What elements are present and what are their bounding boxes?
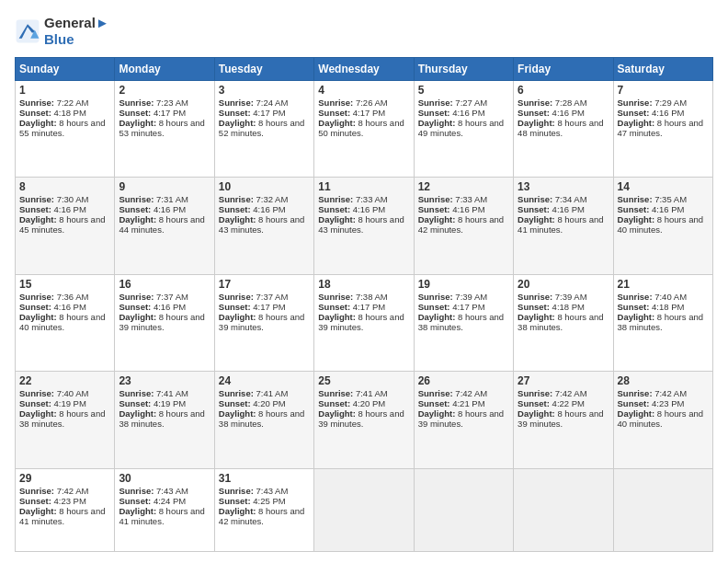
day-number: 10 [219,180,310,193]
daylight-line: Daylight: 8 hours and 52 minutes. [219,118,310,138]
calendar-cell [613,468,712,551]
calendar-cell: 9 Sunrise: 7:31 AM Sunset: 4:16 PM Dayli… [115,178,214,274]
calendar-cell [414,468,513,551]
calendar-cell: 29 Sunrise: 7:42 AM Sunset: 4:23 PM Dayl… [16,468,115,551]
weekday-header: Friday [514,58,613,81]
day-number: 27 [518,374,609,387]
calendar-cell: 23 Sunrise: 7:41 AM Sunset: 4:19 PM Dayl… [115,372,214,468]
calendar-cell: 10 Sunrise: 7:32 AM Sunset: 4:16 PM Dayl… [214,178,313,274]
sunrise-line: Sunrise: 7:28 AM [518,98,609,108]
daylight-line: Daylight: 8 hours and 41 minutes. [19,506,110,526]
daylight-line: Daylight: 8 hours and 40 minutes. [19,312,110,332]
day-number: 22 [19,374,110,387]
day-number: 30 [119,472,210,485]
sunrise-line: Sunrise: 7:41 AM [318,388,409,398]
daylight-line: Daylight: 8 hours and 42 minutes. [219,506,310,526]
sunset-line: Sunset: 4:16 PM [418,108,509,118]
daylight-line: Daylight: 8 hours and 49 minutes. [418,118,509,138]
day-number: 1 [19,84,110,97]
sunrise-line: Sunrise: 7:22 AM [19,98,110,108]
weekday-header: Saturday [613,58,712,81]
calendar-cell: 17 Sunrise: 7:37 AM Sunset: 4:17 PM Dayl… [214,274,313,371]
calendar-cell: 24 Sunrise: 7:41 AM Sunset: 4:20 PM Dayl… [214,372,313,468]
daylight-line: Daylight: 8 hours and 39 minutes. [518,408,609,429]
sunset-line: Sunset: 4:22 PM [518,398,609,408]
sunset-line: Sunset: 4:18 PM [19,108,110,118]
calendar-cell: 5 Sunrise: 7:27 AM Sunset: 4:16 PM Dayli… [414,81,513,178]
sunrise-line: Sunrise: 7:40 AM [19,388,110,398]
day-number: 14 [618,180,709,193]
sunset-line: Sunset: 4:18 PM [618,302,709,312]
sunrise-line: Sunrise: 7:42 AM [19,486,110,496]
sunrise-line: Sunrise: 7:29 AM [618,98,709,108]
daylight-line: Daylight: 8 hours and 43 minutes. [318,214,409,235]
sunrise-line: Sunrise: 7:35 AM [618,194,709,204]
sunrise-line: Sunrise: 7:32 AM [219,194,310,204]
sunrise-line: Sunrise: 7:23 AM [119,98,210,108]
calendar-cell: 30 Sunrise: 7:43 AM Sunset: 4:24 PM Dayl… [115,468,214,551]
svg-rect-0 [17,20,40,43]
sunset-line: Sunset: 4:16 PM [418,204,509,214]
day-number: 29 [19,472,110,485]
sunrise-line: Sunrise: 7:39 AM [418,292,509,302]
calendar-cell: 27 Sunrise: 7:42 AM Sunset: 4:22 PM Dayl… [514,372,613,468]
day-number: 21 [618,278,709,291]
sunset-line: Sunset: 4:23 PM [19,496,110,506]
logo-text: General► Blue [44,15,109,48]
logo: General► Blue [15,15,109,48]
calendar-cell: 19 Sunrise: 7:39 AM Sunset: 4:17 PM Dayl… [414,274,513,371]
daylight-line: Daylight: 8 hours and 39 minutes. [219,312,310,332]
day-number: 4 [318,84,409,97]
calendar-cell: 20 Sunrise: 7:39 AM Sunset: 4:18 PM Dayl… [514,274,613,371]
day-number: 15 [19,278,110,291]
day-number: 5 [418,84,509,97]
sunrise-line: Sunrise: 7:42 AM [518,388,609,398]
day-number: 20 [518,278,609,291]
calendar-table: SundayMondayTuesdayWednesdayThursdayFrid… [15,57,713,552]
day-number: 16 [119,278,210,291]
day-number: 12 [418,180,509,193]
daylight-line: Daylight: 8 hours and 42 minutes. [418,214,509,235]
sunset-line: Sunset: 4:18 PM [518,302,609,312]
daylight-line: Daylight: 8 hours and 38 minutes. [119,408,210,429]
calendar-cell: 14 Sunrise: 7:35 AM Sunset: 4:16 PM Dayl… [613,178,712,274]
calendar-cell: 2 Sunrise: 7:23 AM Sunset: 4:17 PM Dayli… [115,81,214,178]
calendar-cell: 11 Sunrise: 7:33 AM Sunset: 4:16 PM Dayl… [314,178,414,274]
day-number: 9 [119,180,210,193]
daylight-line: Daylight: 8 hours and 39 minutes. [119,312,210,332]
sunset-line: Sunset: 4:17 PM [318,302,409,312]
sunset-line: Sunset: 4:17 PM [219,108,310,118]
daylight-line: Daylight: 8 hours and 39 minutes. [418,408,509,429]
sunset-line: Sunset: 4:20 PM [219,398,310,408]
daylight-line: Daylight: 8 hours and 50 minutes. [318,118,409,138]
daylight-line: Daylight: 8 hours and 39 minutes. [318,408,409,429]
sunset-line: Sunset: 4:16 PM [19,302,110,312]
weekday-header: Wednesday [314,58,414,81]
day-number: 19 [418,278,509,291]
sunset-line: Sunset: 4:16 PM [119,302,210,312]
sunset-line: Sunset: 4:23 PM [618,398,709,408]
sunset-line: Sunset: 4:16 PM [618,108,709,118]
calendar-cell: 22 Sunrise: 7:40 AM Sunset: 4:19 PM Dayl… [16,372,115,468]
sunrise-line: Sunrise: 7:41 AM [219,388,310,398]
calendar-cell: 3 Sunrise: 7:24 AM Sunset: 4:17 PM Dayli… [214,81,313,178]
daylight-line: Daylight: 8 hours and 41 minutes. [518,214,609,235]
sunrise-line: Sunrise: 7:31 AM [119,194,210,204]
daylight-line: Daylight: 8 hours and 38 minutes. [19,408,110,429]
sunrise-line: Sunrise: 7:37 AM [219,292,310,302]
calendar-cell: 25 Sunrise: 7:41 AM Sunset: 4:20 PM Dayl… [314,372,414,468]
sunset-line: Sunset: 4:17 PM [418,302,509,312]
weekday-header: Sunday [16,58,115,81]
sunrise-line: Sunrise: 7:30 AM [19,194,110,204]
calendar-cell [514,468,613,551]
daylight-line: Daylight: 8 hours and 38 minutes. [618,312,709,332]
sunset-line: Sunset: 4:20 PM [318,398,409,408]
sunrise-line: Sunrise: 7:24 AM [219,98,310,108]
daylight-line: Daylight: 8 hours and 44 minutes. [119,214,210,235]
day-number: 2 [119,84,210,97]
sunset-line: Sunset: 4:16 PM [19,204,110,214]
day-number: 6 [518,84,609,97]
sunset-line: Sunset: 4:25 PM [219,496,310,506]
daylight-line: Daylight: 8 hours and 40 minutes. [618,408,709,429]
sunset-line: Sunset: 4:19 PM [119,398,210,408]
